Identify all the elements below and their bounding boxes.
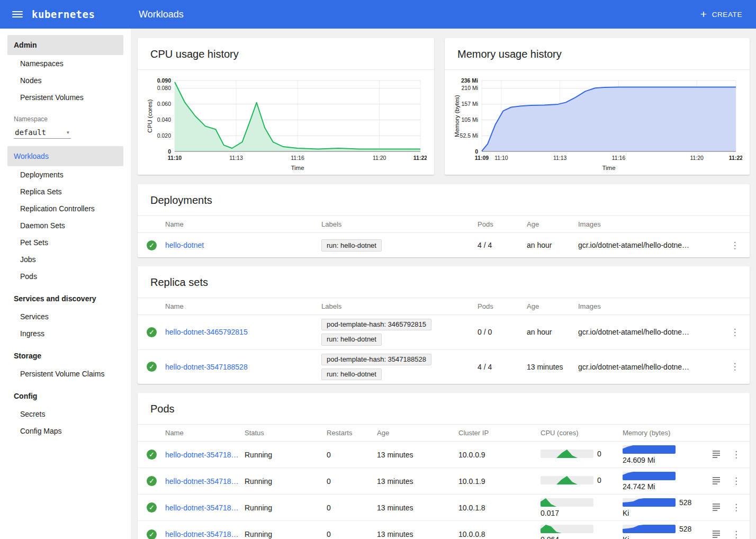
col-name: Name <box>165 220 321 228</box>
svg-text:210 Mi: 210 Mi <box>461 85 478 91</box>
svg-text:CPU (cores): CPU (cores) <box>147 99 153 132</box>
sidebar-item-workloads[interactable]: Workloads <box>7 146 123 166</box>
col-pods: Pods <box>478 302 527 310</box>
sidebar-item-deployments[interactable]: Deployments <box>0 166 131 183</box>
cpu-usage-cell: 0.017 <box>541 498 623 517</box>
create-button-label: CREATE <box>712 11 742 19</box>
status-ok-icon: ✓ <box>147 502 157 513</box>
memory-value: 528 <box>679 525 691 533</box>
kebab-menu-icon[interactable]: ⋮ <box>732 476 741 486</box>
svg-text:11:16: 11:16 <box>612 155 626 161</box>
replica-set-name-link[interactable]: hello-dotnet-3465792815 <box>165 328 248 336</box>
label-chip: run: hello-dotnet <box>321 369 382 380</box>
kebab-menu-icon[interactable]: ⋮ <box>732 450 741 460</box>
logs-icon[interactable] <box>712 502 721 513</box>
pod-status: Running <box>245 451 327 459</box>
col-age: Age <box>377 429 458 437</box>
pod-status: Running <box>245 530 327 538</box>
sidebar-item-replica-sets[interactable]: Replica Sets <box>0 183 131 200</box>
replica-set-name-link[interactable]: hello-dotnet-3547188528 <box>165 363 248 371</box>
pods-count: 0 / 0 <box>478 328 527 336</box>
sidebar-item-pet-sets[interactable]: Pet Sets <box>0 234 131 251</box>
age-value: 13 minutes <box>527 363 578 371</box>
cluster-ip-value: 10.0.0.9 <box>458 451 541 459</box>
pod-name-link[interactable]: hello-dotnet-354718… <box>165 477 239 486</box>
cluster-ip-value: 10.0.1.8 <box>458 504 541 512</box>
deployments-header-row: Name Labels Pods Age Images <box>138 216 750 233</box>
svg-text:0.040: 0.040 <box>157 116 171 123</box>
col-memory: Memory (bytes) <box>623 429 712 437</box>
sidebar-item-services[interactable]: Services <box>0 308 131 325</box>
cpu-value: 0 <box>597 476 601 484</box>
sidebar-item-storage[interactable]: Storage <box>0 346 131 365</box>
create-button[interactable]: + CREATE <box>700 10 742 20</box>
sidebar-item-config-maps[interactable]: Config Maps <box>0 423 131 439</box>
status-ok-icon: ✓ <box>147 476 157 486</box>
pod-name-link[interactable]: hello-dotnet-354718… <box>165 530 239 538</box>
pod-name-link[interactable]: hello-dotnet-354718… <box>165 451 239 459</box>
replica-sets-header-row: Name Labels Pods Age Images <box>138 298 750 315</box>
cluster-ip-value: 10.0.0.8 <box>458 530 541 538</box>
sidebar-item-pods[interactable]: Pods <box>0 268 131 285</box>
cpu-sparkline <box>541 498 593 507</box>
svg-text:157 Mi: 157 Mi <box>461 101 478 107</box>
col-labels: Labels <box>321 220 478 228</box>
sidebar-item-persistent-volume-claims[interactable]: Persistent Volume Claims <box>0 365 131 382</box>
pods-header-row: Name Status Restarts Age Cluster IP CPU … <box>138 425 750 442</box>
svg-text:52.5 Mi: 52.5 Mi <box>460 132 478 139</box>
sidebar-item-daemon-sets[interactable]: Daemon Sets <box>0 217 131 234</box>
age-value: 13 minutes <box>377 530 458 538</box>
deployments-title: Deployments <box>138 184 750 216</box>
memory-value: Ki <box>623 535 712 539</box>
image-value: gcr.io/dotnet-atamel/hello-dotne… <box>578 241 720 249</box>
kebab-menu-icon[interactable]: ⋮ <box>732 529 741 539</box>
table-row: ✓ hello-dotnet-354718… Running 0 13 minu… <box>138 521 750 539</box>
col-pods: Pods <box>478 220 527 228</box>
namespace-select[interactable]: default ▾ <box>14 126 71 139</box>
col-status: Status <box>245 429 327 437</box>
pod-restarts: 0 <box>327 477 377 486</box>
sidebar-item-persistent-volumes[interactable]: Persistent Volumes <box>0 89 131 106</box>
memory-usage-card: Memory usage history 236 Mi210 Mi157 Mi1… <box>445 38 750 175</box>
kebab-menu-icon[interactable]: ⋮ <box>732 502 741 513</box>
pod-name-link[interactable]: hello-dotnet-354718… <box>165 504 239 512</box>
chevron-down-icon: ▾ <box>66 129 70 136</box>
logs-icon[interactable] <box>712 529 721 539</box>
memory-usage-cell: 528 Ki <box>623 525 712 539</box>
cpu-usage-cell: 0.064 <box>541 525 623 539</box>
table-row: ✓ hello-dotnet-3547188528 pod-template-h… <box>138 350 750 384</box>
kebab-menu-icon[interactable]: ⋮ <box>731 240 740 250</box>
svg-text:11:10: 11:10 <box>494 155 508 161</box>
svg-text:Time: Time <box>602 165 615 171</box>
sidebar-item-namespaces[interactable]: Namespaces <box>0 55 131 72</box>
page-title: Workloads <box>139 9 184 20</box>
kebab-menu-icon[interactable]: ⋮ <box>731 327 740 337</box>
col-images: Images <box>578 302 720 310</box>
sidebar-item-nodes[interactable]: Nodes <box>0 72 131 89</box>
logs-icon[interactable] <box>712 449 721 460</box>
col-age: Age <box>527 220 578 228</box>
sidebar-item-services-and-discovery[interactable]: Services and discovery <box>0 289 131 308</box>
pod-status: Running <box>245 477 327 486</box>
sidebar-item-jobs[interactable]: Jobs <box>0 251 131 268</box>
menu-icon[interactable] <box>12 11 23 17</box>
replica-sets-card: Replica sets Name Labels Pods Age Images… <box>138 266 750 384</box>
svg-text:11:16: 11:16 <box>291 155 304 161</box>
col-restarts: Restarts <box>327 429 377 437</box>
svg-text:0: 0 <box>168 148 171 155</box>
sidebar-item-config[interactable]: Config <box>0 387 131 406</box>
deployments-card: Deployments Name Labels Pods Age Images … <box>138 184 750 257</box>
sidebar-item-secrets[interactable]: Secrets <box>0 406 131 423</box>
logs-icon[interactable] <box>712 475 721 487</box>
table-row: ✓ hello-dotnet-354718… Running 0 13 minu… <box>138 442 750 468</box>
svg-text:Time: Time <box>291 165 304 171</box>
age-value: an hour <box>527 328 578 336</box>
kebab-menu-icon[interactable]: ⋮ <box>731 362 740 372</box>
deployment-name-link[interactable]: hello-dotnet <box>165 241 204 249</box>
sidebar-item-ingress[interactable]: Ingress <box>0 325 131 342</box>
pods-count: 4 / 4 <box>478 241 527 249</box>
col-name: Name <box>165 429 245 437</box>
sidebar-item-admin[interactable]: Admin <box>7 35 123 55</box>
col-labels: Labels <box>321 302 478 310</box>
sidebar-item-replication-controllers[interactable]: Replication Controllers <box>0 200 131 217</box>
